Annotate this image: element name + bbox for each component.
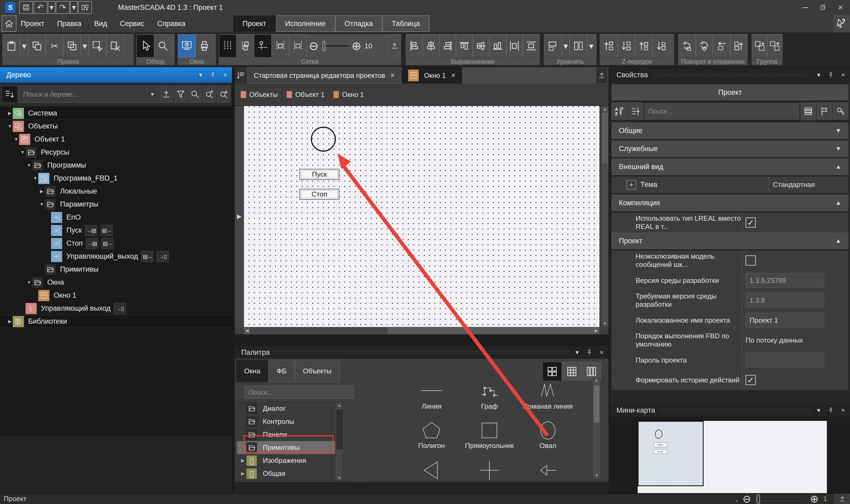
palette-shape-polyline[interactable]: Ломаная линия [519,380,577,411]
funnel-button[interactable] [174,86,187,103]
snap-guides-button[interactable] [289,35,307,57]
tree-item-окно-1[interactable]: Окно 1 [0,289,232,302]
chev-down-icon[interactable]: ▾ [815,407,822,413]
palette-list-scrollbar[interactable]: ▲ ▼ [335,402,343,481]
zoom-in-icon[interactable]: ⊕ [352,40,361,52]
prop-section-компиляция[interactable]: Компиляция▲ [612,195,848,211]
snap-objects-button[interactable] [271,35,289,57]
breadcrumb-item-объект-1[interactable]: Объект 1 [287,91,324,99]
palette-category-общая[interactable]: ▶▯Общая [237,467,342,480]
scroll-up-icon[interactable]: ▲ [602,106,608,112]
scroll-up-icon[interactable]: ▲ [335,402,343,409]
breadcrumb-item-окно-1[interactable]: Окно 1 [334,91,364,99]
tree-sort-button[interactable] [2,86,18,103]
palette-shape-polygon[interactable]: Полигон [402,419,461,450]
canvas-oval-shape[interactable] [311,127,336,151]
bind-out-icon[interactable]: ▤→ [101,238,113,249]
tree-item-система[interactable]: ▶Система [0,107,232,120]
expander-collapsed-icon[interactable]: ▶ [39,188,45,194]
prop-field[interactable] [746,353,824,367]
canvas-vertical-scrollbar[interactable]: ▲ ▼ [602,106,608,327]
ribbon-tab-таблица[interactable]: Таблица [382,15,429,32]
grid-button[interactable] [219,35,236,57]
palette-shape-graph[interactable]: Граф [460,380,519,411]
same-height-button[interactable] [570,35,587,57]
flag-button[interactable] [817,103,832,120]
pin-icon[interactable] [586,349,592,356]
canvas-start-button[interactable]: Пуск [299,169,339,180]
bind-out-icon[interactable]: ▤→ [101,225,113,236]
distribute-h-button[interactable] [506,35,523,57]
design-canvas[interactable]: Пуск Стоп [244,106,599,327]
palette-panel-header[interactable]: Палитра ▾× [235,346,608,359]
expander-collapsed-icon[interactable]: ▶ [7,319,13,324]
bind-in-icon[interactable]: →▤ [86,238,98,249]
flip-v-button[interactable] [730,35,747,57]
snap-nodes-button[interactable] [254,35,271,57]
collapse-button[interactable] [159,86,173,103]
scroll-thumb[interactable] [594,385,599,422]
align-middle-h-button[interactable] [473,35,490,57]
expander-collapsed-icon[interactable]: ▶ [240,458,246,463]
tab-list-button[interactable] [235,67,247,84]
expand-small-button[interactable]: ▾ [48,1,55,14]
tree-item-управляющий-выход[interactable]: Управляющий_выход▤→→▯ [0,250,232,263]
palette-category-контролы[interactable]: Контролы [237,415,342,428]
search-up-button[interactable] [202,86,216,103]
palette-category-примитивы[interactable]: Примитивы [237,441,342,454]
tree-item-библиотеки[interactable]: ▶Библиотеки [0,315,232,328]
tree-item-пуск[interactable]: Пуск→▤▤→ [0,224,232,237]
pin-icon[interactable] [828,72,834,78]
restore-button[interactable] [816,1,830,14]
scroll-thumb[interactable] [602,113,608,163]
tree-item-объект-1[interactable]: ▼Объект 1 [0,133,232,146]
scroll-up-icon[interactable]: ▲ [593,377,600,383]
tree-item-стоп[interactable]: Стоп→▤▤→ [0,237,232,250]
checkbox-unchecked[interactable] [746,255,756,266]
menu-справка[interactable]: Справка [157,20,185,28]
scroll-right-icon[interactable]: ▶ [593,327,599,334]
rotate-free-button[interactable] [696,35,713,57]
zoom-slider-thumb[interactable] [757,494,760,504]
ribbon-tab-исполнение[interactable]: Исполнение [276,15,335,32]
palette-tab-объекты[interactable]: Объекты [295,360,340,382]
close-tab-icon[interactable]: × [390,71,394,80]
expander-expanded-icon[interactable]: ▼ [26,280,32,285]
prop-dropdown-value[interactable]: По потоку данных [746,336,803,344]
status-expand-button[interactable] [835,494,850,504]
palette-shape-rect[interactable]: Прямоугольник [460,419,519,450]
palette-shape-arrow[interactable]: Стрелка [519,459,577,482]
tree-item-программы[interactable]: ▼Программы [0,159,232,172]
expand-small-button[interactable]: ▾ [20,35,28,57]
chev-down-icon[interactable]: ▾ [815,72,822,78]
prop-section-общие[interactable]: Общие▼ [612,122,848,139]
paste-button[interactable] [3,35,20,57]
expander-expanded-icon[interactable]: ▼ [39,202,45,207]
tree-panel-header[interactable]: Дерево ▾× [0,67,232,83]
prop-field[interactable]: 1.3.8 [746,293,824,308]
tab-window-1[interactable]: Окно 1 × [402,67,462,84]
close-icon[interactable]: × [840,72,846,78]
expand-small-button[interactable]: ▾ [70,1,77,14]
pin-icon[interactable] [210,72,216,78]
palette-search-input[interactable] [245,389,354,396]
minimap-panel-header[interactable]: Мини-карта ▾× [610,404,850,417]
dock-layout-button[interactable] [78,1,92,14]
minimap-content[interactable]: Пуск Стоп [610,417,850,493]
palette-shapes-scrollbar[interactable]: ▲ ▼ [593,377,600,478]
palette-tab-окна[interactable]: Окна [236,360,268,382]
prop-section-внешний-вид[interactable]: Внешний вид▲ [612,159,848,175]
canvas-horizontal-scrollbar[interactable]: ◀ ▶ [244,327,599,334]
zoom-in-icon[interactable]: ⊕ [810,493,819,504]
expander-expanded-icon[interactable]: ▼ [26,163,32,168]
scroll-thumb[interactable] [249,327,387,334]
palette-splitter[interactable] [358,378,363,481]
align-middle-v-button[interactable] [423,35,440,57]
duplicate-button[interactable] [63,35,81,57]
grid-expand-button[interactable] [389,35,401,57]
close-icon[interactable]: × [840,407,846,413]
tree-item-управляющий-выход[interactable]: Управляющий выход→▯ [0,302,232,315]
palette-category-диалог[interactable]: Диалог [237,402,342,415]
search-button[interactable] [188,86,202,103]
menu-правка[interactable]: Правка [57,20,81,28]
